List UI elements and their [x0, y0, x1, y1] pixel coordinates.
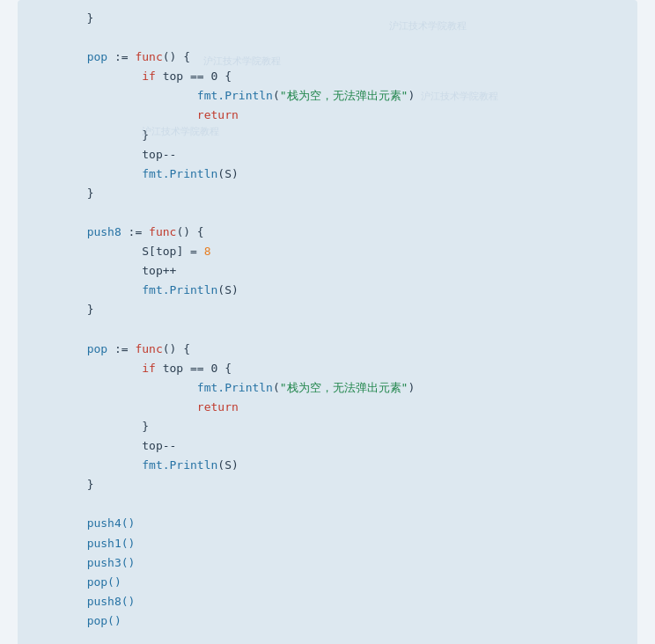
code-closing-top: }: [32, 9, 623, 28]
code-line: fmt.Println(S): [32, 165, 623, 184]
code-line: top--: [32, 436, 623, 456]
code-line: fmt.Println(S): [32, 281, 623, 300]
blank-line-1: [32, 28, 623, 48]
code-line: }: [32, 417, 623, 436]
code-line: fmt.Println("栈为空，无法弹出元素"): [32, 378, 623, 398]
code-line: fmt.Println("栈为空，无法弹出元素"): [32, 86, 623, 106]
code-line: top++: [32, 261, 623, 281]
code-line: push8 := func() {: [32, 223, 623, 242]
code-line: pop := func() {: [32, 48, 623, 67]
code-pop-1: pop := func() { if top == 0 { fmt.Printl…: [32, 48, 623, 203]
code-line: pop(): [32, 611, 623, 631]
code-line: return: [32, 106, 623, 125]
blank-line-4: [32, 494, 623, 514]
code-line: push8(): [32, 592, 623, 611]
code-line: pop := func() {: [32, 340, 623, 359]
code-line: pop(): [32, 573, 623, 592]
blank-line-3: [32, 320, 623, 340]
code-line: push3(): [32, 553, 623, 573]
code-line: if top == 0 {: [32, 67, 623, 86]
blank-line-2: [32, 203, 623, 223]
code-pop-2: pop := func() { if top == 0 { fmt.Printl…: [32, 340, 623, 495]
code-line: fmt.Println(S): [32, 456, 623, 475]
code-line: push4(): [32, 514, 623, 533]
code-line: }: [32, 300, 623, 319]
code-line: S[top] = 8: [32, 242, 623, 261]
code-block: 沪江技术学院教程 沪江技术学院教程 沪江技术学院教程 沪江技术学院教程 } po…: [18, 0, 637, 644]
code-line: }: [32, 475, 623, 494]
code-calls: push4() push1() push3() pop() push8() po…: [32, 514, 623, 631]
code-push8: push8 := func() { S[top] = 8 top++ fmt.P…: [32, 223, 623, 319]
code-line: }: [32, 9, 623, 28]
page-container: 沪江技术学院教程 沪江技术学院教程 沪江技术学院教程 沪江技术学院教程 } po…: [0, 0, 655, 644]
code-line: if top == 0 {: [32, 359, 623, 378]
code-line: }: [32, 126, 623, 145]
blank-line-5: [32, 631, 623, 644]
code-line: }: [32, 184, 623, 203]
code-line: push1(): [32, 534, 623, 553]
code-line: top--: [32, 145, 623, 165]
code-line: return: [32, 398, 623, 417]
